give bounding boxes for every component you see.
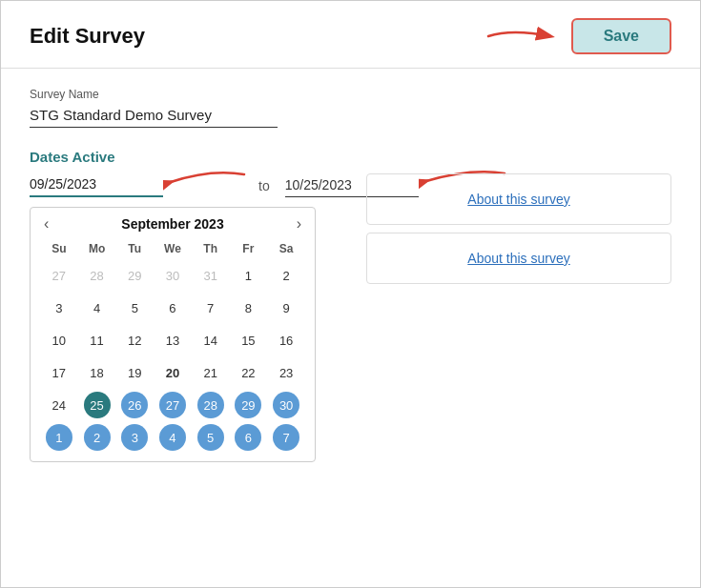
calendar-day[interactable]: 28 — [197, 392, 224, 418]
calendar-day-cell: 22 — [230, 356, 268, 389]
calendar-day[interactable]: 12 — [121, 327, 148, 354]
calendar-day-cell: 2 — [78, 421, 116, 454]
calendar-day-cell: 27 — [154, 389, 192, 421]
calendar: ‹ September 2023 › SuMoTuWeThFrSa 272829… — [30, 207, 316, 462]
calendar-day[interactable]: 19 — [121, 359, 148, 386]
calendar-day-cell: 30 — [267, 389, 305, 421]
header-right: Save — [484, 18, 671, 54]
calendar-day[interactable]: 3 — [121, 424, 148, 451]
calendar-day-cell: 30 — [154, 259, 192, 292]
calendar-day[interactable]: 7 — [197, 294, 224, 321]
calendar-day-cell: 3 — [115, 421, 154, 454]
calendar-day[interactable]: 1 — [235, 262, 261, 289]
calendar-day[interactable]: 25 — [84, 392, 111, 418]
calendar-day-cell: 12 — [115, 324, 154, 356]
calendar-day[interactable]: 3 — [46, 294, 72, 321]
calendar-day[interactable]: 2 — [84, 424, 111, 451]
calendar-day-cell: 16 — [267, 324, 305, 356]
calendar-week-row: 10111213141516 — [40, 324, 305, 356]
about-box-1: About this survey — [366, 173, 671, 225]
calendar-day-cell: 31 — [192, 259, 230, 292]
calendar-grid: SuMoTuWeThFrSa 2728293031123456789101112… — [40, 240, 305, 454]
calendar-day-cell: 9 — [267, 292, 305, 324]
calendar-day-cell: 1 — [230, 259, 268, 292]
calendar-day[interactable]: 16 — [273, 327, 299, 354]
calendar-day-cell: 3 — [40, 292, 78, 324]
page-wrapper: Edit Survey Save Survey Name Dates Activ… — [0, 0, 701, 588]
content: Survey Name Dates Active — [1, 69, 700, 481]
about-link-1[interactable]: About this survey — [467, 192, 569, 207]
calendar-day-cell: 17 — [40, 356, 78, 389]
calendar-day[interactable]: 8 — [235, 294, 261, 321]
calendar-day[interactable]: 10 — [46, 327, 72, 354]
calendar-day-cell: 6 — [230, 421, 268, 454]
calendar-day[interactable]: 21 — [197, 359, 224, 386]
calendar-day-cell: 29 — [230, 389, 268, 421]
calendar-day[interactable]: 5 — [197, 424, 224, 451]
calendar-day[interactable]: 26 — [121, 392, 148, 418]
about-box-2: About this survey — [366, 233, 671, 284]
calendar-day-header: We — [154, 240, 192, 259]
calendar-day-cell: 7 — [192, 292, 230, 324]
calendar-day-cell: 18 — [78, 356, 116, 389]
calendar-day[interactable]: 7 — [273, 424, 299, 451]
calendar-next-button[interactable]: › — [293, 215, 305, 233]
calendar-day-cell: 28 — [192, 389, 230, 421]
calendar-day-cell: 28 — [78, 259, 116, 292]
calendar-day[interactable]: 22 — [235, 359, 261, 386]
save-button[interactable]: Save — [571, 18, 671, 54]
calendar-day[interactable]: 11 — [84, 327, 111, 354]
calendar-day[interactable]: 27 — [46, 262, 72, 289]
calendar-header: ‹ September 2023 › — [40, 215, 305, 233]
calendar-day[interactable]: 6 — [159, 294, 186, 321]
calendar-day-header: Sa — [267, 240, 305, 259]
calendar-day[interactable]: 1 — [46, 424, 72, 451]
calendar-month-label: September 2023 — [121, 216, 223, 232]
calendar-day-cell: 4 — [154, 421, 192, 454]
calendar-day[interactable]: 4 — [159, 424, 186, 451]
calendar-day-header: Tu — [115, 240, 154, 259]
survey-name-input[interactable] — [30, 105, 278, 128]
calendar-day-cell: 8 — [230, 292, 268, 324]
calendar-week-row: 1234567 — [40, 421, 305, 454]
calendar-day-header: Su — [40, 240, 78, 259]
arrow-annotation-save — [484, 23, 560, 50]
calendar-day[interactable]: 30 — [159, 262, 186, 289]
calendar-day[interactable]: 18 — [84, 359, 111, 386]
calendar-day[interactable]: 27 — [159, 392, 186, 418]
start-date-input[interactable] — [30, 174, 163, 197]
dates-active-label: Dates Active — [30, 149, 671, 165]
calendar-day[interactable]: 15 — [235, 327, 261, 354]
calendar-day-cell: 2 — [267, 259, 305, 292]
calendar-day-cell: 14 — [192, 324, 230, 356]
calendar-day[interactable]: 9 — [273, 294, 299, 321]
calendar-day-cell: 5 — [115, 292, 154, 324]
calendar-day-header: Fr — [230, 240, 268, 259]
calendar-day[interactable]: 29 — [235, 392, 261, 418]
calendar-week-row: 17181920212223 — [40, 356, 305, 389]
calendar-day[interactable]: 24 — [46, 392, 72, 418]
calendar-day[interactable]: 2 — [273, 262, 299, 289]
calendar-day[interactable]: 14 — [197, 327, 224, 354]
calendar-day[interactable]: 4 — [84, 294, 111, 321]
calendar-day[interactable]: 13 — [159, 327, 186, 354]
calendar-day[interactable]: 29 — [121, 262, 148, 289]
calendar-day[interactable]: 28 — [84, 262, 111, 289]
calendar-day[interactable]: 23 — [273, 359, 299, 386]
calendar-day-cell: 4 — [78, 292, 116, 324]
about-link-2[interactable]: About this survey — [467, 251, 569, 266]
calendar-week-row: 272829303112 — [40, 259, 305, 292]
calendar-prev-button[interactable]: ‹ — [40, 215, 52, 233]
calendar-day[interactable]: 30 — [273, 392, 299, 418]
calendar-day[interactable]: 31 — [197, 262, 224, 289]
calendar-day[interactable]: 17 — [46, 359, 72, 386]
calendar-day[interactable]: 5 — [121, 294, 148, 321]
calendar-day-cell: 27 — [40, 259, 78, 292]
calendar-day[interactable]: 6 — [235, 424, 261, 451]
calendar-day-cell: 13 — [154, 324, 192, 356]
page-title: Edit Survey — [30, 24, 145, 49]
calendar-day-cell: 23 — [267, 356, 305, 389]
calendar-day[interactable]: 20 — [159, 359, 186, 386]
calendar-day-cell: 1 — [40, 421, 78, 454]
arrow-annotation-start — [163, 165, 249, 193]
